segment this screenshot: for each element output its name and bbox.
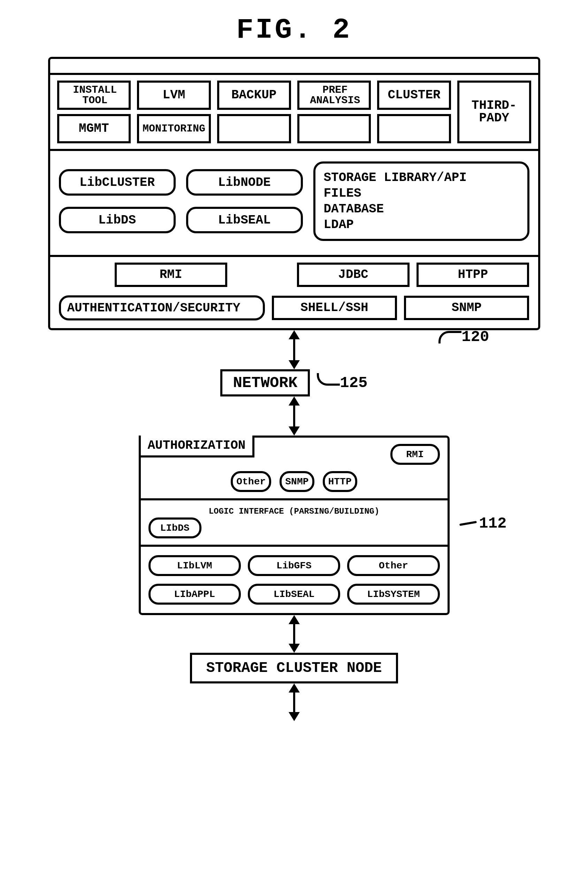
logic-interface-label: LOGIC INTERFACE (PARSING/BUILDING) bbox=[149, 507, 440, 516]
lib-appl: LIbAPPL bbox=[149, 584, 241, 605]
tool-cluster: CLUSTER bbox=[377, 80, 451, 110]
proto-snmp: SNMP bbox=[404, 296, 529, 320]
auth-security: AUTHENTICATION/SECURITY bbox=[59, 295, 265, 320]
authorization-label: AUTHORIZATION bbox=[139, 435, 255, 457]
lib-system: LIbSYSTEM bbox=[347, 584, 439, 605]
tool-pref-analysis: PREF ANALYSIS bbox=[297, 80, 371, 110]
tool-lvm: LVM bbox=[137, 80, 211, 110]
tool-empty-3 bbox=[377, 114, 451, 143]
title-strip bbox=[50, 59, 538, 75]
network-row: NETWORK 125 bbox=[220, 369, 368, 396]
proto-rmi: RMI bbox=[115, 262, 227, 287]
lib-left-grid: LibCLUSTER LibNODE LibDS LibSEAL bbox=[59, 169, 303, 233]
protocol-row-2: AUTHENTICATION/SECURITY SHELL/SSH SNMP bbox=[50, 292, 538, 328]
figure-title: FIG. 2 bbox=[236, 14, 352, 46]
arrow-footer-down bbox=[289, 684, 300, 721]
tool-empty-1 bbox=[217, 114, 291, 143]
arrow-top-network bbox=[289, 330, 300, 369]
tool-third-party: THIRD-PADY bbox=[457, 80, 531, 143]
label-120: 120 bbox=[461, 328, 489, 346]
lib-node: LibNODE bbox=[186, 169, 303, 196]
tools-grid: INSTALL TOOL LVM BACKUP PREF ANALYSIS CL… bbox=[50, 75, 538, 151]
label-112-wrap: 112 bbox=[459, 515, 506, 532]
tool-mgmt: MGMT bbox=[57, 114, 131, 143]
label-125: 125 bbox=[340, 374, 368, 392]
auth-snmp: SNMP bbox=[280, 471, 314, 492]
lib-ds: LibDS bbox=[59, 207, 176, 233]
lib-seal-2: LIbSEAL bbox=[248, 584, 340, 605]
label-112: 112 bbox=[479, 515, 506, 532]
lib-section: LibCLUSTER LibNODE LibDS LibSEAL STORAGE… bbox=[50, 151, 538, 257]
storage-library-api: STORAGE LIBRARY/API FILES DATABASE LDAP bbox=[313, 161, 530, 241]
server-block: 112 AUTHORIZATION RMI Other SNMP HTTP LO… bbox=[139, 435, 450, 615]
lib-seal: LibSEAL bbox=[186, 207, 303, 233]
network-box: NETWORK bbox=[220, 369, 310, 396]
arrow-mid-footer bbox=[289, 615, 300, 653]
lib-other: Other bbox=[347, 555, 439, 576]
proto-shell-ssh: SHELL/SSH bbox=[272, 296, 397, 320]
tool-empty-2 bbox=[297, 114, 371, 143]
lib-gfs: LibGFS bbox=[248, 555, 340, 576]
auth-http: HTTP bbox=[323, 471, 357, 492]
tool-monitoring: MONITORING bbox=[137, 114, 211, 143]
lib-cluster: LibCLUSTER bbox=[59, 169, 176, 196]
auth-other: Other bbox=[231, 471, 271, 492]
client-block: INSTALL TOOL LVM BACKUP PREF ANALYSIS CL… bbox=[48, 57, 540, 330]
protocol-row-1: RMI JDBC HTPP bbox=[50, 257, 538, 292]
auth-pill-row: Other SNMP HTTP bbox=[149, 471, 440, 492]
storage-cluster-node: STORAGE CLUSTER NODE bbox=[190, 653, 398, 684]
proto-jdbc: JDBC bbox=[297, 262, 409, 287]
logic-libds: LIbDS bbox=[149, 517, 201, 538]
arrow-network-mid bbox=[289, 396, 300, 435]
tool-install: INSTALL TOOL bbox=[57, 80, 131, 110]
mid-lib-section: LIbLVM LibGFS Other LIbAPPL LIbSEAL LIbS… bbox=[141, 547, 448, 613]
proto-http: HTPP bbox=[417, 262, 529, 287]
authorization-section: AUTHORIZATION RMI Other SNMP HTTP bbox=[141, 438, 448, 501]
logic-interface-section: LOGIC INTERFACE (PARSING/BUILDING) LIbDS bbox=[141, 501, 448, 547]
tool-backup: BACKUP bbox=[217, 80, 291, 110]
lib-lvm: LIbLVM bbox=[149, 555, 241, 576]
auth-rmi: RMI bbox=[390, 444, 440, 465]
